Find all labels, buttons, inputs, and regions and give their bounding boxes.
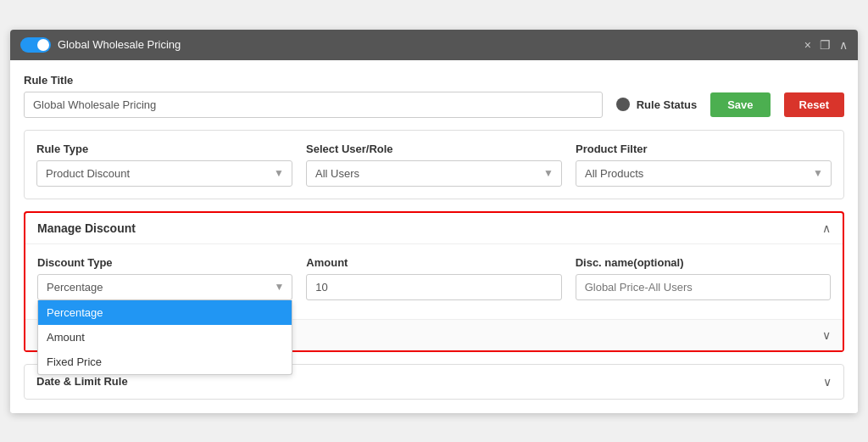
- disc-name-input[interactable]: [576, 274, 831, 300]
- discount-type-label: Discount Type: [37, 256, 292, 269]
- amount-label: Amount: [306, 256, 561, 269]
- product-filter-group: Product Filter All Products Category Spe…: [576, 143, 832, 187]
- product-filter-select[interactable]: All Products Category Specific Products: [576, 160, 832, 187]
- dropdown-item-fixed-price[interactable]: Fixed Price: [38, 350, 292, 374]
- product-filter-label: Product Filter: [576, 143, 832, 155]
- titlebar-title: Global Wholesale Pricing: [58, 38, 181, 51]
- titlebar-controls: × ❐ ∧: [804, 38, 848, 52]
- rule-type-select[interactable]: Product Discount Bulk Discount Fixed Pri…: [36, 160, 292, 187]
- toggle-switch[interactable]: [20, 37, 51, 53]
- close-icon[interactable]: ×: [804, 38, 811, 52]
- manage-discount-title: Manage Discount: [37, 221, 136, 235]
- dropdown-item-amount[interactable]: Amount: [38, 325, 292, 350]
- discount-type-input[interactable]: [37, 274, 292, 300]
- titlebar-left: Global Wholesale Pricing: [20, 37, 181, 53]
- discount-type-dropdown: Percentage Amount Fixed Price: [37, 300, 292, 375]
- reset-button[interactable]: Reset: [784, 92, 844, 117]
- dropdown-item-percentage[interactable]: Percentage: [38, 300, 292, 325]
- manage-discount-body: Discount Type ▼ Percentage Amount Fixed …: [25, 244, 843, 319]
- disc-name-col: Disc. name(optional): [576, 256, 831, 300]
- user-role-wrapper: All Users Registered Users Guest Users ▼: [306, 160, 562, 187]
- rule-title-label: Rule Title: [24, 74, 844, 87]
- user-role-group: Select User/Role All Users Registered Us…: [306, 143, 562, 187]
- rule-type-label: Rule Type: [36, 143, 292, 155]
- rule-title-section: Rule Title Rule Status Save Reset: [24, 74, 844, 118]
- user-role-select[interactable]: All Users Registered Users Guest Users: [306, 160, 562, 187]
- date-limit-expand-icon[interactable]: ∨: [823, 375, 832, 389]
- manage-discount-header: Manage Discount ∧: [25, 213, 843, 244]
- manage-discount-grid: Discount Type ▼ Percentage Amount Fixed …: [37, 256, 831, 300]
- amount-input[interactable]: [306, 274, 561, 300]
- rule-config-row: Rule Type Product Discount Bulk Discount…: [24, 130, 844, 199]
- manage-discount-collapse-icon[interactable]: ∧: [822, 221, 831, 235]
- status-dot: [616, 98, 630, 111]
- rule-title-input[interactable]: [24, 92, 603, 118]
- main-window: Global Wholesale Pricing × ❐ ∧ Rule Titl…: [10, 30, 858, 413]
- discount-type-dropdown-wrapper: ▼ Percentage Amount Fixed Price: [37, 274, 292, 300]
- titlebar: Global Wholesale Pricing × ❐ ∧: [10, 30, 858, 60]
- rule-status-group: Rule Status: [616, 98, 698, 111]
- disc-name-label: Disc. name(optional): [576, 256, 831, 269]
- amount-col: Amount: [306, 256, 561, 300]
- manage-discount-section: Manage Discount ∧ Discount Type ▼ Percen…: [24, 211, 844, 352]
- collapse-icon[interactable]: ∧: [839, 38, 848, 52]
- rule-type-group: Rule Type Product Discount Bulk Discount…: [36, 143, 292, 187]
- date-limit-title: Date & Limit Rule: [36, 375, 128, 388]
- save-button[interactable]: Save: [710, 92, 770, 117]
- rule-status-label: Rule Status: [637, 98, 698, 111]
- conditions-expand-icon[interactable]: ∨: [822, 328, 831, 342]
- copy-icon[interactable]: ❐: [820, 38, 831, 52]
- product-filter-wrapper: All Products Category Specific Products …: [576, 160, 832, 187]
- rule-title-row: Rule Status Save Reset: [24, 92, 844, 118]
- rule-type-wrapper: Product Discount Bulk Discount Fixed Pri…: [36, 160, 292, 187]
- main-content: Rule Title Rule Status Save Reset Rule T…: [10, 60, 858, 413]
- discount-type-col: Discount Type ▼ Percentage Amount Fixed …: [37, 256, 292, 300]
- user-role-label: Select User/Role: [306, 143, 562, 155]
